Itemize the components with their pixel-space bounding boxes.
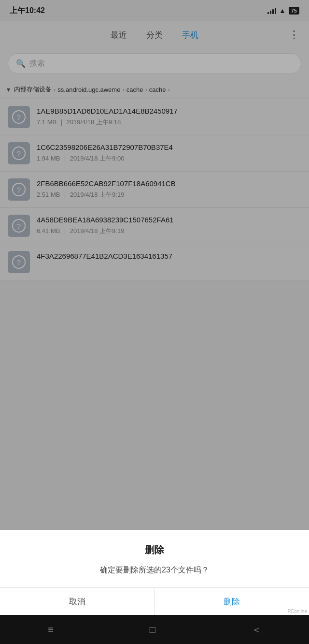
confirm-delete-button[interactable]: 删除 [155, 588, 309, 615]
dialog-buttons: 取消 删除 [0, 588, 309, 615]
dialog-overlay: 删除 确定要删除所选的23个文件吗？ 取消 删除 [0, 0, 309, 644]
cancel-button[interactable]: 取消 [0, 588, 155, 615]
delete-dialog: 删除 确定要删除所选的23个文件吗？ 取消 删除 [0, 530, 309, 615]
dialog-title: 删除 [14, 543, 295, 556]
dialog-content: 删除 确定要删除所选的23个文件吗？ [0, 530, 309, 587]
dialog-message: 确定要删除所选的23个文件吗？ [14, 564, 295, 576]
watermark: PConline [287, 609, 307, 614]
